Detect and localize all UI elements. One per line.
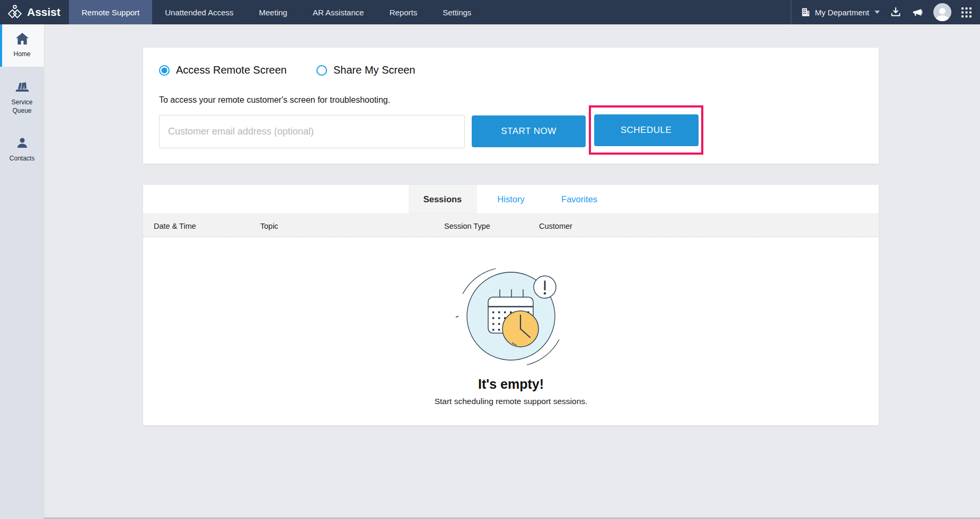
column-header-session-type: Session Type (444, 214, 490, 238)
primary-nav: Remote Support Unattended Access Meeting… (69, 0, 484, 24)
radio-label: Share My Screen (333, 64, 416, 76)
empty-state-subtitle: Start scheduling remote support sessions… (435, 397, 588, 406)
sessions-list-card: Sessions History Favorites Date & Time T… (143, 185, 879, 425)
radio-unselected-icon[interactable] (316, 65, 327, 76)
empty-state: It's empty! Start scheduling remote supp… (143, 237, 879, 406)
session-mode-radios: Access Remote Screen Share My Screen (159, 64, 416, 76)
column-header-customer: Customer (539, 214, 572, 238)
radio-label: Access Remote Screen (176, 64, 287, 76)
sidebar-item-service-queue[interactable]: Service Queue (0, 75, 44, 120)
start-session-card: Access Remote Screen Share My Screen To … (143, 48, 879, 164)
session-description: To access your remote customer's screen … (159, 95, 390, 105)
apps-grid-icon[interactable] (961, 7, 972, 17)
announcement-icon[interactable] (912, 6, 923, 18)
app-brand-label: Assist (27, 6, 60, 19)
sessions-table-header: Date & Time Topic Session Type Customer (143, 213, 879, 237)
schedule-button[interactable]: SCHEDULE (594, 114, 699, 146)
chevron-down-icon (875, 11, 880, 14)
department-selector[interactable]: My Department (801, 7, 880, 17)
sidebar-item-home[interactable]: Home (0, 24, 44, 67)
home-icon (15, 32, 29, 47)
empty-calendar-clock-illustration (449, 265, 572, 373)
service-queue-icon (15, 80, 30, 95)
nav-tab-reports[interactable]: Reports (377, 0, 430, 24)
navbar-right-section: My Department (791, 0, 980, 24)
empty-state-title: It's empty! (478, 377, 544, 392)
nav-tab-remote-support[interactable]: Remote Support (69, 0, 152, 24)
tab-favorites[interactable]: Favorites (545, 185, 614, 213)
access-remote-screen-radio[interactable]: Access Remote Screen (159, 64, 287, 76)
sidebar-item-contacts[interactable]: Contacts (0, 129, 44, 171)
schedule-annotation-highlight: SCHEDULE (589, 105, 703, 155)
share-my-screen-radio[interactable]: Share My Screen (316, 64, 416, 76)
department-label: My Department (815, 8, 869, 17)
sessions-tabs: Sessions History Favorites (143, 185, 879, 213)
sidebar-item-label: Service Queue (2, 99, 42, 115)
start-now-button[interactable]: START NOW (472, 115, 586, 147)
nav-tab-settings[interactable]: Settings (430, 0, 484, 24)
download-icon[interactable] (890, 6, 902, 18)
tab-history[interactable]: History (477, 185, 545, 213)
contacts-icon (16, 137, 29, 151)
sidebar-item-label: Contacts (10, 155, 34, 163)
nav-tab-meeting[interactable]: Meeting (246, 0, 300, 24)
radio-selected-icon[interactable] (159, 65, 170, 76)
avatar[interactable] (933, 3, 951, 21)
left-sidebar: Home Service Queue Contacts (0, 24, 44, 519)
building-icon (801, 7, 810, 17)
app-brand[interactable]: Assist (0, 0, 69, 24)
customer-email-input[interactable] (159, 115, 465, 148)
nav-tab-unattended-access[interactable]: Unattended Access (152, 0, 246, 24)
column-header-topic: Topic (260, 214, 278, 238)
top-navbar: Assist Remote Support Unattended Access … (0, 0, 980, 24)
assist-logo-icon (6, 4, 23, 21)
column-header-date-time: Date & Time (154, 214, 196, 238)
nav-tab-ar-assistance[interactable]: AR Assistance (300, 0, 377, 24)
tab-sessions[interactable]: Sessions (409, 185, 477, 213)
sidebar-item-label: Home (13, 50, 30, 59)
